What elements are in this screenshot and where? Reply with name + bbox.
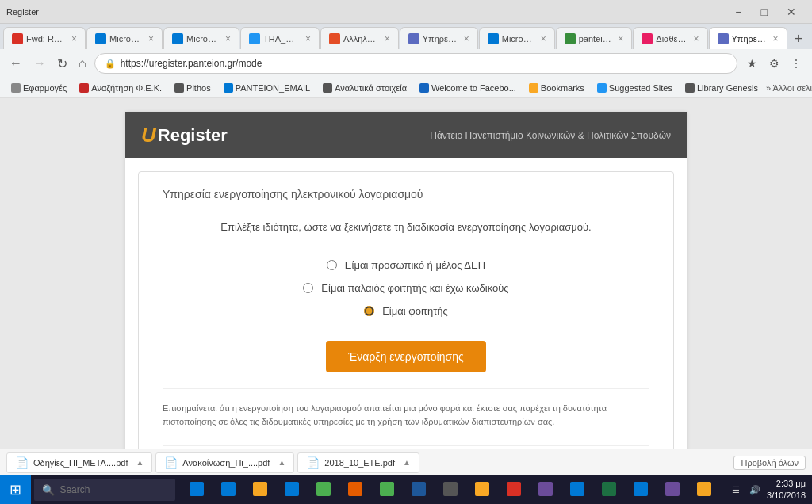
- tab-ms1[interactable]: Microsoft×: [86, 27, 163, 49]
- start-button[interactable]: ⊞: [0, 475, 31, 504]
- tab-close-gmail[interactable]: ×: [71, 33, 77, 44]
- tab-diathesim[interactable]: Διαθεσιμ×: [633, 27, 707, 49]
- taskbar-app-gmail[interactable]: [499, 475, 529, 504]
- taskbar: ⊞ 🔍 ☰ 🔊 2:33 μμ 3/10/2018: [0, 475, 812, 504]
- taskbar-app-viber2[interactable]: [657, 475, 688, 504]
- start-activation-button[interactable]: Έναρξη ενεργοποίησης: [326, 341, 485, 372]
- bookmark-item[interactable]: Pithos: [170, 82, 216, 94]
- download-chevron[interactable]: ▲: [403, 458, 411, 467]
- address-bar[interactable]: 🔒 https://uregister.panteion.gr/mode: [94, 53, 737, 74]
- taskbar-app-icon: [348, 482, 362, 496]
- bookmark-item[interactable]: PANTEION_EMAIL: [219, 82, 316, 94]
- tab-favicon-panteion: [565, 33, 576, 44]
- back-button[interactable]: ←: [6, 55, 25, 72]
- taskbar-app-icon: [380, 482, 394, 496]
- download-item[interactable]: 📄Ανακοίνωση_Πι_....pdf▲: [155, 452, 294, 473]
- pdf-icon: 📄: [306, 456, 320, 469]
- radio-option-old_student[interactable]: Είμαι παλαιός φοιτητής και έχω κωδικούς: [303, 282, 508, 294]
- taskbar-app-icon: [507, 482, 521, 496]
- tab-favicon-gmail: [12, 33, 23, 44]
- pdf-icon: 📄: [164, 456, 178, 469]
- bookmark-label: Αναζήτηση Φ.Ε.Κ.: [91, 83, 162, 93]
- radio-input-student[interactable]: [364, 306, 374, 316]
- home-button[interactable]: ⌂: [75, 55, 90, 72]
- taskbar-app-store[interactable]: [277, 475, 307, 504]
- bookmark-label: Pithos: [186, 83, 211, 93]
- taskbar-app-edge[interactable]: [213, 475, 243, 504]
- taskbar-app-freefilesync[interactable]: [308, 475, 339, 504]
- page-wrapper: U Register Πάντειο Πανεπιστήμιο Κοινωνικ…: [0, 98, 812, 499]
- tab-close-thl[interactable]: ×: [305, 33, 311, 44]
- main-container: U Register Πάντειο Πανεπιστήμιο Κοινωνικ…: [124, 111, 688, 499]
- radio-option-dep[interactable]: Είμαι προσωπικό ή μέλος ΔΕΠ: [327, 259, 485, 271]
- tab-close-active_ypiresia[interactable]: ×: [772, 33, 778, 44]
- taskbar-app-icon: [285, 482, 299, 496]
- radio-input-old_student[interactable]: [303, 283, 313, 293]
- new-tab-button[interactable]: +: [788, 29, 810, 49]
- tab-panteion[interactable]: panteion.×: [556, 27, 633, 49]
- address-bar-row: ← → ↻ ⌂ 🔒 https://uregister.panteion.gr/…: [0, 49, 812, 78]
- taskbar-app-paint[interactable]: [689, 475, 719, 504]
- taskbar-search-input[interactable]: [59, 484, 163, 495]
- tray-sound[interactable]: 🔊: [746, 485, 764, 495]
- tray-network[interactable]: ☰: [729, 485, 743, 495]
- bookmark-item[interactable]: Αναζήτηση Φ.Ε.Κ.: [75, 82, 167, 94]
- bookmark-item[interactable]: Εφαρμογές: [6, 82, 71, 94]
- taskbar-search[interactable]: 🔍: [34, 479, 175, 501]
- tab-ypiresia[interactable]: Υπηρεσία×: [400, 27, 478, 49]
- taskbar-app-chrome[interactable]: [372, 475, 402, 504]
- forward-button[interactable]: →: [30, 55, 49, 72]
- tab-allilogi[interactable]: Αλληλογρ×: [320, 27, 399, 49]
- download-chevron[interactable]: ▲: [278, 458, 285, 467]
- taskbar-app-skype[interactable]: [562, 475, 592, 504]
- tab-active_ypiresia[interactable]: Υπηρεσία×: [709, 27, 787, 49]
- taskbar-app-viber[interactable]: [530, 475, 561, 504]
- menu-button[interactable]: ⋮: [787, 54, 806, 73]
- radio-input-dep[interactable]: [327, 260, 337, 270]
- download-label: Οδηγίες_ΠΙ_META....pdf: [33, 458, 128, 468]
- tab-close-ms1[interactable]: ×: [148, 33, 154, 44]
- tab-close-allilogi[interactable]: ×: [385, 33, 390, 44]
- download-chevron[interactable]: ▲: [136, 458, 144, 467]
- tab-thl[interactable]: ΤΗΛ_ΚΑΤ×: [240, 27, 320, 49]
- radio-option-student[interactable]: Είμαι φοιτητής: [364, 305, 448, 317]
- bookmarks-more[interactable]: » Άλλοι σελιδοδείκτες: [766, 83, 812, 93]
- reload-button[interactable]: ↻: [54, 55, 71, 73]
- download-bar-end[interactable]: Προβολή όλων: [733, 456, 806, 470]
- bookmark-item[interactable]: Suggested Sites: [592, 82, 677, 94]
- taskbar-app-word[interactable]: [404, 475, 434, 504]
- search-icon: 🔍: [42, 484, 55, 496]
- minimize-button[interactable]: −: [726, 2, 751, 21]
- tab-label-ypiresia: Υπηρεσία: [423, 34, 458, 44]
- taskbar-app-icon: [665, 482, 680, 496]
- download-label: Ανακοίνωση_Πι_....pdf: [182, 458, 270, 468]
- bookmark-item[interactable]: Bookmarks: [524, 82, 589, 94]
- close-button[interactable]: ✕: [777, 2, 806, 21]
- tray-clock[interactable]: 2:33 μμ 3/10/2018: [767, 478, 806, 502]
- taskbar-app-explorer[interactable]: [245, 475, 275, 504]
- bookmark-item[interactable]: Library Genesis: [680, 82, 763, 94]
- tab-close-ms3[interactable]: ×: [541, 33, 546, 44]
- download-item[interactable]: 📄2018_10_ΕΤΕ.pdf▲: [297, 452, 419, 473]
- taskbar-app-excel[interactable]: [594, 475, 624, 504]
- bookmark-item[interactable]: Welcome to Facebo...: [415, 82, 521, 94]
- download-item[interactable]: 📄Οδηγίες_ΠΙ_META....pdf▲: [6, 452, 152, 473]
- tab-close-panteion[interactable]: ×: [618, 33, 623, 44]
- tab-ms2[interactable]: Microsoft×: [163, 27, 239, 49]
- tab-close-diathesim[interactable]: ×: [693, 33, 699, 44]
- tab-gmail[interactable]: Fwd: Re: Γ×: [3, 27, 86, 49]
- tab-close-ms2[interactable]: ×: [225, 33, 231, 44]
- tab-ms3[interactable]: Microsoft×: [479, 27, 555, 49]
- star-button[interactable]: ★: [742, 54, 761, 73]
- maximize-button[interactable]: □: [752, 2, 777, 21]
- taskbar-app-windows[interactable]: [182, 475, 212, 504]
- taskbar-app-filemanager[interactable]: [467, 475, 497, 504]
- tab-close-ypiresia[interactable]: ×: [464, 33, 469, 44]
- taskbar-app-camera[interactable]: [435, 475, 465, 504]
- extensions-button[interactable]: ⚙: [764, 54, 783, 73]
- bookmark-item[interactable]: Αναλυτικά στοιχεία: [318, 82, 412, 94]
- taskbar-app-firefox[interactable]: [340, 475, 370, 504]
- tab-label-ms2: Microsoft: [186, 34, 219, 44]
- tab-favicon-allilogi: [329, 33, 340, 44]
- taskbar-app-mail[interactable]: [626, 475, 656, 504]
